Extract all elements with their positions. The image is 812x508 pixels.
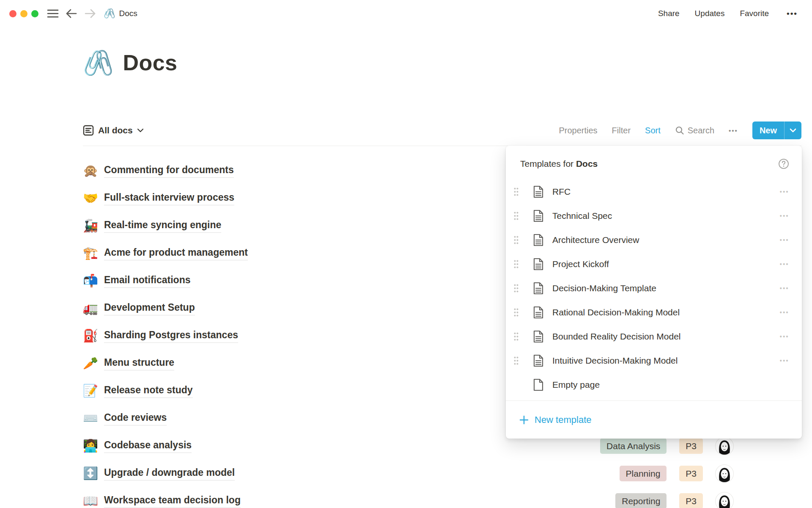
document-emoji-icon: ↕️ [83, 467, 104, 480]
minimize-window-button[interactable] [20, 10, 27, 17]
back-arrow-icon[interactable] [66, 8, 77, 19]
template-item[interactable]: Technical Spec ••• [506, 204, 802, 228]
priority-badge[interactable]: P3 [679, 493, 703, 508]
window-titlebar: 🖇️ Docs Share Updates Favorite ••• [0, 0, 812, 27]
template-label: Project Kickoff [552, 259, 609, 269]
new-button[interactable]: New [752, 121, 784, 139]
drag-handle-icon[interactable] [513, 260, 522, 269]
document-title-link[interactable]: Workspace team decision log [104, 494, 241, 508]
drag-handle-icon[interactable] [513, 332, 522, 341]
document-emoji-icon: 🏗️ [83, 247, 104, 260]
drag-handle-icon[interactable] [513, 284, 522, 293]
template-label: Rational Decision-Making Model [552, 307, 680, 318]
template-item[interactable]: Intuitive Decision-Making Model ••• [506, 348, 802, 373]
document-title-link[interactable]: Code reviews [104, 411, 167, 425]
document-title-link[interactable]: Real-time syncing engine [104, 219, 221, 233]
template-more-icon[interactable]: ••• [780, 237, 789, 243]
help-icon[interactable] [778, 158, 789, 169]
zoom-window-button[interactable] [31, 10, 38, 17]
template-more-icon[interactable]: ••• [780, 188, 789, 195]
drag-handle-icon[interactable] [513, 211, 522, 221]
page-title[interactable]: Docs [123, 50, 177, 75]
template-item[interactable]: RFC ••• [506, 179, 802, 204]
sort-button[interactable]: Sort [645, 126, 661, 135]
chevron-down-icon [137, 128, 144, 133]
template-item[interactable]: Bounded Reality Decision Model ••• [506, 324, 802, 348]
new-dropdown-chevron-icon[interactable] [785, 121, 801, 139]
template-item[interactable]: Rational Decision-Making Model ••• [506, 300, 802, 324]
document-title-link[interactable]: Development Setup [104, 301, 195, 315]
drag-handle-icon[interactable] [513, 308, 522, 317]
template-item[interactable]: Architecture Overview ••• [506, 228, 802, 252]
tag-badge[interactable]: Data Analysis [600, 438, 667, 454]
document-icon [533, 306, 544, 319]
templates-header-text: Templates for [520, 159, 576, 168]
template-more-icon[interactable]: ••• [780, 309, 789, 316]
traffic-lights [9, 10, 38, 17]
template-more-icon[interactable]: ••• [780, 333, 789, 340]
document-title-link[interactable]: Upgrade / downgrade model [104, 467, 235, 480]
close-window-button[interactable] [9, 10, 16, 17]
document-title-link[interactable]: Sharding Postgres instances [104, 329, 238, 343]
templates-header: Templates for Docs [506, 146, 802, 179]
document-title-link[interactable]: Release note study [104, 384, 193, 398]
new-template-button[interactable]: New template [506, 401, 802, 439]
template-item[interactable]: Empty page ••• [506, 373, 802, 397]
drag-handle-icon[interactable] [513, 187, 522, 196]
sidebar-toggle-icon[interactable] [47, 9, 59, 18]
toolbar-more-icon[interactable]: ••• [729, 127, 738, 134]
priority-badge[interactable]: P3 [679, 438, 703, 454]
template-more-icon[interactable]: ••• [780, 213, 789, 219]
tag-badge[interactable]: Reporting [615, 493, 667, 508]
template-label: Empty page [552, 380, 600, 390]
updates-button[interactable]: Updates [695, 9, 725, 18]
template-more-icon[interactable]: ••• [780, 357, 789, 364]
document-title-link[interactable]: Acme for product management [104, 246, 248, 260]
favorite-button[interactable]: Favorite [740, 9, 769, 18]
avatar[interactable] [716, 492, 733, 508]
document-title-link[interactable]: Email notifications [104, 274, 190, 288]
plus-icon [519, 415, 529, 425]
tag-badge[interactable]: Planning [620, 466, 667, 481]
template-more-icon[interactable]: ••• [780, 285, 789, 292]
template-label: Architecture Overview [552, 235, 639, 245]
list-view-icon [83, 125, 94, 136]
document-list-item[interactable]: ↕️ Upgrade / downgrade model Planning P3 [83, 460, 801, 487]
document-list-item[interactable]: 📖 Workspace team decision log Reporting … [83, 487, 801, 508]
doc-paperclip-icon: 🖇️ [104, 9, 115, 18]
document-emoji-icon: ⛽ [83, 330, 104, 342]
document-icon [533, 210, 544, 222]
document-emoji-icon: ⌨️ [83, 412, 104, 425]
more-menu-icon[interactable]: ••• [784, 8, 800, 19]
share-button[interactable]: Share [658, 9, 680, 18]
search-button[interactable]: Search [675, 126, 714, 135]
properties-button[interactable]: Properties [559, 126, 597, 135]
template-item[interactable]: Project Kickoff ••• [506, 252, 802, 276]
breadcrumb[interactable]: 🖇️ Docs [104, 9, 137, 18]
document-title-link[interactable]: Codebase analysis [104, 439, 192, 453]
drag-handle-icon[interactable] [513, 235, 522, 245]
avatar[interactable] [716, 465, 733, 483]
document-icon [533, 354, 544, 367]
document-icon [533, 234, 544, 246]
template-label: Intuitive Decision-Making Model [552, 356, 678, 366]
document-icon [533, 258, 544, 271]
view-switcher[interactable]: All docs [83, 125, 144, 136]
page-paperclip-icon[interactable]: 🖇️ [83, 50, 113, 75]
drag-handle-icon[interactable] [513, 356, 522, 365]
template-label: Decision-Making Template [552, 283, 656, 293]
filter-button[interactable]: Filter [612, 126, 631, 135]
templates-header-target: Docs [576, 159, 598, 168]
forward-arrow-icon[interactable] [84, 8, 96, 19]
template-more-icon[interactable]: ••• [780, 261, 789, 268]
document-title-link[interactable]: Full-stack interview process [104, 191, 234, 205]
document-emoji-icon: 🚛 [83, 302, 104, 315]
template-item[interactable]: Decision-Making Template ••• [506, 276, 802, 300]
new-template-label: New template [535, 414, 592, 425]
document-emoji-icon: 📬 [83, 275, 104, 287]
avatar[interactable] [716, 437, 733, 455]
document-row-meta: Data Analysis P3 [600, 437, 733, 455]
document-title-link[interactable]: Commenting for documents [104, 164, 234, 178]
document-title-link[interactable]: Menu structure [104, 356, 174, 370]
priority-badge[interactable]: P3 [679, 466, 703, 481]
